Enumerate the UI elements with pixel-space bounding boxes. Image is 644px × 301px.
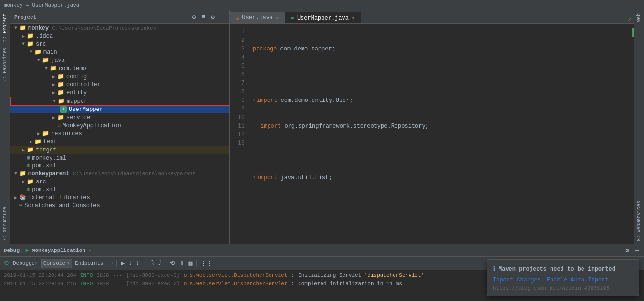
tree-item-test[interactable]: ▶ 📁 test	[10, 138, 229, 146]
import-changes-link[interactable]: Import Changes	[493, 277, 541, 283]
tab-favorites[interactable]: 2: Favorites	[1, 45, 9, 85]
tree-item-monkey-iml[interactable]: ▣ monkey.iml	[10, 154, 229, 162]
tab-close-usermapper[interactable]: ✕	[352, 15, 355, 21]
right-vertical-tabs: Web 8: WebServices	[634, 10, 644, 244]
tree-item-java[interactable]: ▼ 📁 java	[10, 56, 229, 64]
line-num-8: 8	[230, 88, 249, 96]
folder-icon-controller: 📁	[57, 81, 64, 88]
log-time-1: 2019-01-15 22:20:44.204	[4, 271, 76, 280]
debug-eval-icon[interactable]: ⤴	[157, 259, 163, 267]
enable-auto-import-link[interactable]: Enable Auto-Import	[547, 277, 609, 283]
folder-icon-comdemo: 📁	[50, 65, 57, 72]
tree-item-entity[interactable]: ▶ 📁 entity	[10, 89, 229, 97]
tree-item-comdemo[interactable]: ▼ 📁 com.demo	[10, 64, 229, 72]
tab-console[interactable]: Console ▾	[41, 259, 72, 268]
fold-icon-3[interactable]: ▾	[253, 96, 256, 105]
tree-item-service[interactable]: ▶ 📁 service	[10, 113, 229, 121]
locate-icon[interactable]: ⊙	[191, 13, 197, 21]
tree-item-pom-monkey[interactable]: m pom.xml	[10, 162, 229, 170]
code-editor[interactable]: 1 2 3 4 5 6 7 8 9 9 10 11 12 13 package …	[230, 24, 634, 244]
tree-item-usermapper[interactable]: I UserMapper	[10, 106, 229, 113]
tab-user-java[interactable]: ☕ User.java ✕	[230, 12, 285, 23]
tree-item-config[interactable]: ▶ 📁 config	[10, 72, 229, 80]
tab-close-user[interactable]: ✕	[276, 15, 279, 21]
debug-step-out-icon[interactable]: ↑	[142, 259, 149, 267]
tab-endpoints[interactable]: Endpoints	[73, 259, 105, 268]
tab-debugger[interactable]: Debugger	[11, 259, 40, 268]
tree-item-idea[interactable]: ▶ 📁 .idea	[10, 32, 229, 40]
folder-icon-test: 📁	[34, 138, 42, 145]
tree-item-main[interactable]: ▼ 📁 main	[10, 48, 229, 56]
fold-icon-6[interactable]: ▾	[253, 173, 256, 182]
tree-item-target[interactable]: ▶ 📁 target	[10, 146, 229, 154]
line-num-12: 11	[230, 122, 249, 130]
tab-structure[interactable]: 7: Structure	[1, 204, 9, 244]
tree-label-monkeyparent: monkeyparent C:\Users\sony\IdeaProjects\…	[28, 171, 196, 177]
tab-project[interactable]: 1: Project	[1, 10, 9, 45]
arrow-config: ▶	[51, 74, 57, 80]
notification-title: Maven projects need to be imported	[499, 266, 615, 272]
sidebar-title: Project	[14, 14, 36, 20]
tree-item-resources[interactable]: ▶ 📁 resources	[10, 130, 229, 138]
settings-icon[interactable]: ⚙	[209, 13, 216, 21]
interface-tab-icon: ●	[291, 15, 294, 21]
rerun-icon[interactable]: ⟲	[2, 259, 10, 268]
project-tree: ▼ 📁 monkey C:\Users\sony\IdeaProjects\mo…	[10, 24, 229, 244]
tree-item-src[interactable]: ▼ 📁 src	[10, 40, 229, 48]
tree-label-src-parent: src	[36, 179, 46, 185]
tree-item-external-libraries[interactable]: ▶ 📚 External Libraries	[10, 193, 229, 201]
debug-frames-icon[interactable]: ⟲	[168, 259, 177, 268]
debug-run-to-cursor-icon[interactable]: ⤵	[150, 259, 156, 267]
debug-step-into-icon[interactable]: ↓	[135, 259, 141, 267]
settings-bottom-icon[interactable]: ⚙	[624, 246, 631, 255]
tree-item-monkeyapp[interactable]: ☕ MonkeyApplication	[10, 121, 229, 130]
code-content[interactable]: package com.demo.mapper; ▾ import com.de…	[249, 24, 627, 244]
tab-usermapper-java[interactable]: ● UserMapper.java ✕	[285, 12, 361, 23]
java-icon-monkeyapp: ☕	[57, 122, 61, 129]
debug-step-over-icon[interactable]: ↓	[127, 259, 134, 267]
console-dropdown-arrow[interactable]: ▾	[67, 261, 70, 266]
log-level-2: INFO	[80, 280, 93, 288]
tab-label-usermapper: UserMapper.java	[297, 15, 349, 21]
tree-item-pom-parent[interactable]: m pom.xml	[10, 186, 229, 193]
log-pid-2: 3828	[96, 280, 109, 288]
log-message-1: Initializing Servlet 'dispatcherServlet'	[298, 271, 424, 280]
arrow-entity: ▶	[51, 90, 57, 96]
arrow-target: ▶	[20, 147, 27, 153]
line-num-13: 12	[230, 130, 249, 139]
tab-web[interactable]: Web	[635, 10, 643, 25]
folder-icon-resources: 📁	[42, 130, 49, 137]
line-num-14: 13	[230, 139, 249, 148]
toolbar-sep-3	[196, 260, 197, 267]
notification-info-icon: ℹ	[493, 264, 496, 274]
tree-item-monkey[interactable]: ▼ 📁 monkey C:\Users\sony\IdeaProjects\mo…	[10, 24, 229, 32]
debug-close-tab[interactable]: ✕	[88, 247, 92, 253]
log-thread-1: [nio-8080-exec-2]	[126, 271, 179, 280]
code-line-4: import org.springframework.stereotype.Re…	[253, 122, 623, 130]
log-colon-2: :	[291, 280, 295, 288]
sidebar-icons: ⊙ ≡ ⚙ —	[191, 13, 226, 21]
line-num-4: 4	[230, 53, 249, 62]
tab-webservices[interactable]: 8: WebServices	[635, 198, 643, 244]
endpoints-arrow[interactable]: →	[107, 259, 114, 267]
line-num-1: 1	[230, 28, 249, 36]
tree-item-scratches[interactable]: ✂ Scratches and Consoles	[10, 201, 229, 210]
code-line-1: package com.demo.mapper;	[253, 45, 623, 53]
code-line-2	[253, 70, 623, 79]
debug-resume-icon[interactable]: ▶	[119, 259, 126, 268]
tree-item-monkeyparent[interactable]: ▼ 📁 monkeyparent C:\Users\sony\IdeaProje…	[10, 170, 229, 178]
tree-item-controller[interactable]: ▶ 📁 controller	[10, 80, 229, 89]
debug-watches-icon[interactable]: ▦	[187, 259, 194, 268]
tree-label-resources: resources	[51, 130, 82, 137]
interface-icon-usermapper: I	[60, 106, 67, 113]
minimize-icon[interactable]: —	[219, 13, 226, 21]
debug-variables-icon[interactable]: ⏸	[177, 259, 187, 267]
arrow-src-parent: ▶	[20, 179, 27, 185]
tree-item-src-parent[interactable]: ▶ 📁 src	[10, 178, 229, 186]
debug-threads-icon[interactable]: ⋮⋮	[199, 259, 214, 268]
minimize-bottom-icon[interactable]: —	[634, 246, 640, 255]
sort-icon[interactable]: ≡	[200, 13, 207, 21]
arrow-idea: ▶	[20, 33, 27, 39]
log-class-1: o.s.web.servlet.DispatcherServlet	[184, 271, 288, 280]
tree-item-mapper[interactable]: ▼ 📁 mapper	[10, 97, 229, 106]
